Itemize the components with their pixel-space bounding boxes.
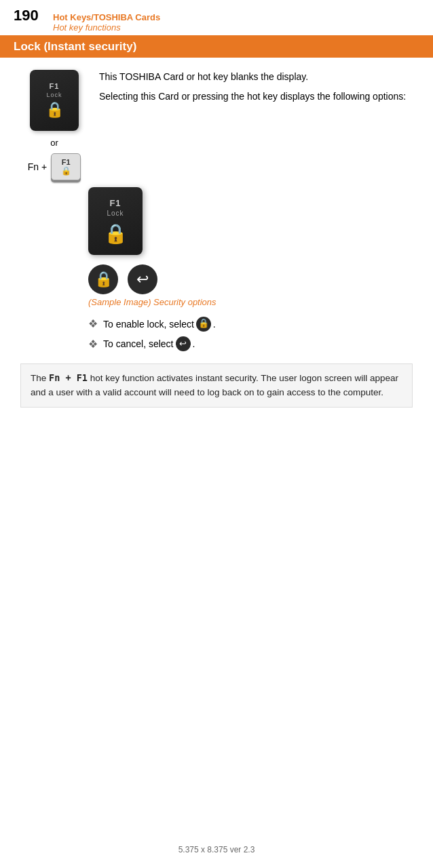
note-text-part1: The: [31, 373, 49, 383]
bullet1-prefix: To enable lock, select: [103, 317, 194, 332]
screenshot-lock-label: Lock: [107, 210, 124, 217]
page-number: 190: [14, 7, 41, 24]
screenshot-area: F1 Lock 🔒: [88, 187, 413, 255]
bullet1-suffix: .: [213, 317, 216, 332]
page-header: 190 Hot Keys/TOSHIBA Cards Hot key funct…: [0, 0, 433, 36]
sample-caption: (Sample Image) Security options: [88, 297, 413, 307]
section-heading: Lock (Instant security): [0, 36, 433, 58]
note-code: Fn + F1: [49, 372, 88, 383]
fn-label: Fn +: [28, 161, 47, 172]
cancel-inline-icon: ↩: [176, 336, 191, 351]
page-footer: 5.375 x 8.375 ver 2.3: [0, 845, 433, 854]
screenshot-lock-icon: 🔒: [104, 222, 128, 245]
screenshot-f1-label: F1: [109, 198, 121, 208]
bullet2-prefix: To cancel, select: [103, 336, 174, 351]
card-lock-icon: 🔒: [45, 101, 64, 119]
header-title: Hot Keys/TOSHIBA Cards: [53, 12, 160, 22]
diamond-2: ❖: [88, 336, 98, 353]
f1-key: F1 🔒: [51, 153, 81, 180]
desc-line1: This TOSHIBA Card or hot key blanks the …: [99, 70, 413, 84]
bullet-item-2: ❖ To cancel, select ↩ .: [88, 336, 413, 353]
card-lock-label: Lock: [46, 92, 62, 98]
or-text: or: [50, 138, 58, 148]
key-lock-icon: 🔒: [61, 166, 71, 176]
header-subtitle: Hot key functions: [53, 22, 160, 33]
card-row: F1 Lock 🔒 or Fn + F1 🔒 This TOSHIBA Card…: [20, 70, 413, 180]
bullet-item-1: ❖ To enable lock, select 🔒 .: [88, 315, 413, 333]
card-left: F1 Lock 🔒 or Fn + F1 🔒: [20, 70, 88, 180]
desc-line2: Selecting this Card or pressing the hot …: [99, 90, 413, 104]
lock-option-icon: 🔒: [88, 264, 118, 294]
bullet-list: ❖ To enable lock, select 🔒 . ❖ To cancel…: [88, 315, 413, 353]
toshiba-card: F1 Lock 🔒: [30, 70, 79, 131]
content: F1 Lock 🔒 or Fn + F1 🔒 This TOSHIBA Card…: [0, 70, 433, 421]
key-f1-label: F1: [62, 158, 71, 166]
note-box: The Fn + F1 hot key function activates i…: [20, 363, 413, 408]
header-right: Hot Keys/TOSHIBA Cards Hot key functions: [53, 12, 160, 33]
lock-inline-icon: 🔒: [196, 317, 211, 332]
card-f1-label: F1: [50, 82, 60, 90]
cancel-option-icon: ↩: [128, 264, 157, 294]
card-screenshot: F1 Lock 🔒: [88, 187, 143, 255]
desc-text: This TOSHIBA Card or hot key blanks the …: [99, 70, 413, 109]
diamond-1: ❖: [88, 315, 98, 333]
options-row: 🔒 ↩: [88, 264, 413, 294]
bullet2-suffix: .: [193, 336, 195, 351]
footer-text: 5.375 x 8.375 ver 2.3: [178, 845, 255, 854]
fn-row: Fn + F1 🔒: [28, 153, 81, 180]
